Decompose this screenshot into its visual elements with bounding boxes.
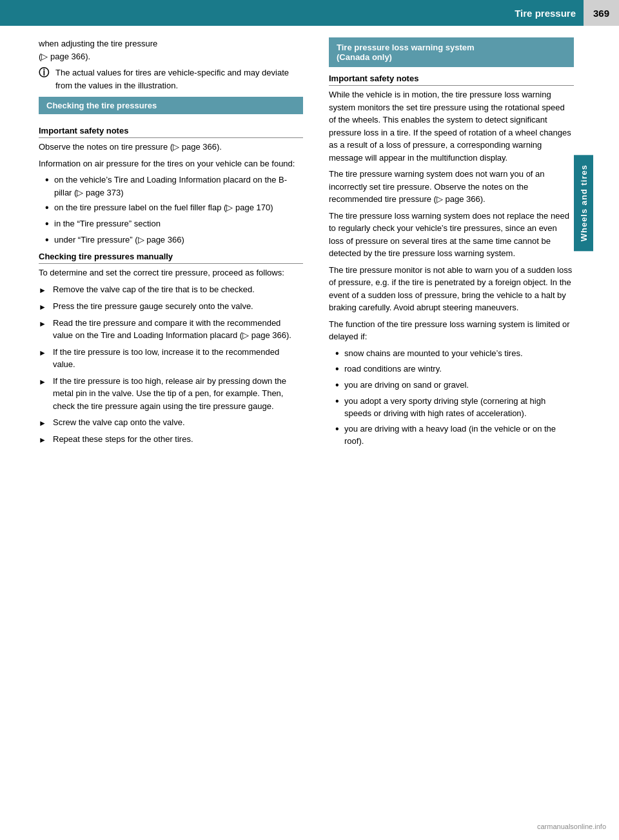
step-text: Screw the valve cap onto the valve. bbox=[53, 416, 185, 429]
list-item: • under “Tire pressure” (▷ page 366) bbox=[45, 234, 303, 247]
list-item: ► Screw the valve cap onto the valve. bbox=[39, 416, 303, 429]
watermark: carmanualsonline.info bbox=[537, 823, 606, 830]
list-item: ► If the tire pressure is too low, incre… bbox=[39, 346, 303, 371]
right-para-2: The tire pressure loss warning system do… bbox=[329, 210, 574, 260]
list-item: ► Press the tire pressure gauge securely… bbox=[39, 300, 303, 313]
right-para-3: The tire pressure monitor is not able to… bbox=[329, 264, 574, 314]
information-text: Information on air pressure for the tire… bbox=[39, 157, 303, 170]
step-text: Remove the valve cap of the tire that is… bbox=[53, 283, 255, 296]
step-text: Read the tire pressure and compare it wi… bbox=[53, 317, 303, 342]
right-column: Tire pressure loss warning system (Canad… bbox=[316, 26, 593, 840]
box-header-line2: (Canada only) bbox=[337, 52, 566, 62]
list-item: • you are driving with a heavy load (in … bbox=[335, 423, 574, 448]
step-text: Repeat these steps for the other tires. bbox=[53, 433, 193, 446]
subsection2-title: Checking tire pressures manually bbox=[39, 252, 303, 264]
intro-paragraph: when adjusting the tire pressure (▷ page… bbox=[39, 37, 303, 63]
bullet-text: on the tire pressure label on the fuel f… bbox=[54, 201, 273, 215]
bullet-icon: • bbox=[335, 395, 344, 420]
bullet-icon: • bbox=[45, 234, 54, 247]
info-bullets: • on the vehicle’s Tire and Loading Info… bbox=[45, 174, 303, 246]
info-text: The actual values for tires are vehicle-… bbox=[55, 66, 303, 92]
right-para-4: The function of the tire pressure loss w… bbox=[329, 318, 574, 343]
list-item: ► Repeat these steps for the other tires… bbox=[39, 433, 303, 446]
bullet-icon: • bbox=[45, 174, 54, 199]
bullet-text: under “Tire pressure” (▷ page 366) bbox=[54, 234, 184, 247]
main-content: when adjusting the tire pressure (▷ page… bbox=[0, 26, 619, 840]
observe-text: Observe the notes on tire pressure (▷ pa… bbox=[39, 141, 303, 154]
list-item: • you adopt a very sporty driving style … bbox=[335, 395, 574, 420]
limited-bullets: • snow chains are mounted to your vehicl… bbox=[335, 347, 574, 448]
arrow-icon: ► bbox=[39, 433, 53, 446]
header-title: Tire pressure bbox=[0, 8, 584, 19]
bullet-icon: • bbox=[45, 201, 54, 215]
right-para-0: While the vehicle is in motion, the tire… bbox=[329, 88, 574, 164]
bullet-text: you are driving on sand or gravel. bbox=[344, 379, 469, 392]
steps-list: ► Remove the valve cap of the tire that … bbox=[39, 283, 303, 446]
right-section-header: Tire pressure loss warning system (Canad… bbox=[329, 37, 574, 67]
list-item: • in the “Tire pressure” section bbox=[45, 217, 303, 231]
right-subsection-title: Important safety notes bbox=[329, 74, 574, 86]
list-item: • road conditions are wintry. bbox=[335, 363, 574, 376]
arrow-icon: ► bbox=[39, 416, 53, 429]
arrow-icon: ► bbox=[39, 346, 53, 359]
list-item: ► Remove the valve cap of the tire that … bbox=[39, 283, 303, 296]
subsection1-title: Important safety notes bbox=[39, 126, 303, 138]
bullet-text: you adopt a very sporty driving style (c… bbox=[344, 395, 574, 420]
info-icon: ⓘ bbox=[39, 66, 50, 92]
list-item: • snow chains are mounted to your vehicl… bbox=[335, 347, 574, 361]
list-item: • on the vehicle’s Tire and Loading Info… bbox=[45, 174, 303, 199]
list-item: ► Read the tire pressure and compare it … bbox=[39, 317, 303, 342]
bullet-text: you are driving with a heavy load (in th… bbox=[344, 423, 574, 448]
arrow-icon: ► bbox=[39, 283, 53, 296]
bullet-text: on the vehicle’s Tire and Loading Inform… bbox=[54, 174, 303, 199]
info-block: ⓘ The actual values for tires are vehicl… bbox=[39, 66, 303, 92]
list-item: ► If the tire pressure is too high, rele… bbox=[39, 375, 303, 413]
bullet-text: snow chains are mounted to your vehicle’… bbox=[344, 347, 523, 361]
intro-line2: (▷ page 366). bbox=[39, 52, 90, 61]
step-text: If the tire pressure is too low, increas… bbox=[53, 346, 303, 371]
bullet-text: road conditions are wintry. bbox=[344, 363, 442, 376]
side-tab: Wheels and tires bbox=[574, 155, 593, 251]
step-text: If the tire pressure is too high, releas… bbox=[53, 375, 303, 413]
bullet-icon: • bbox=[335, 379, 344, 392]
page-number: 369 bbox=[584, 0, 619, 26]
manually-intro: To determine and set the correct tire pr… bbox=[39, 266, 303, 279]
intro-line1: when adjusting the tire pressure bbox=[39, 39, 157, 48]
box-header-line1: Tire pressure loss warning system bbox=[337, 43, 566, 52]
bullet-text: in the “Tire pressure” section bbox=[54, 217, 161, 231]
bullet-icon: • bbox=[335, 423, 344, 448]
arrow-icon: ► bbox=[39, 375, 53, 388]
right-para-1: The tire pressure warning system does no… bbox=[329, 168, 574, 206]
list-item: • you are driving on sand or gravel. bbox=[335, 379, 574, 392]
bullet-icon: • bbox=[335, 363, 344, 376]
arrow-icon: ► bbox=[39, 300, 53, 313]
bullet-icon: • bbox=[335, 347, 344, 361]
checking-section-header: Checking the tire pressures bbox=[39, 97, 303, 114]
step-text: Press the tire pressure gauge securely o… bbox=[53, 300, 253, 313]
bullet-icon: • bbox=[45, 217, 54, 231]
header-bar: Tire pressure 369 bbox=[0, 0, 619, 26]
list-item: • on the tire pressure label on the fuel… bbox=[45, 201, 303, 215]
left-column: when adjusting the tire pressure (▷ page… bbox=[0, 26, 316, 840]
arrow-icon: ► bbox=[39, 317, 53, 330]
